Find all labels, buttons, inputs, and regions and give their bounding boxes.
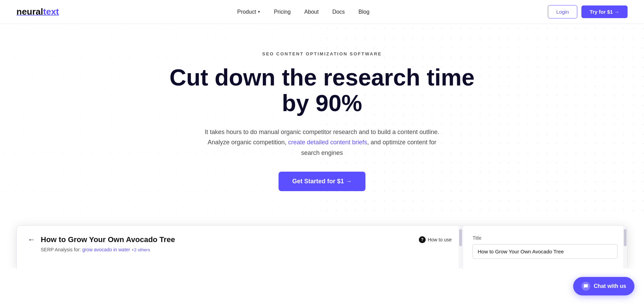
nav-actions: Login Try for $1 → bbox=[548, 5, 628, 18]
hero-desc-line2-before: Analyze organic competition, bbox=[208, 139, 288, 146]
login-button[interactable]: Login bbox=[548, 5, 578, 18]
nav-docs[interactable]: Docs bbox=[332, 9, 345, 15]
hero-title: Cut down the research time by 90% bbox=[168, 65, 476, 116]
left-scrollbar-thumb[interactable] bbox=[459, 229, 462, 246]
title-label: Title bbox=[473, 235, 618, 241]
logo[interactable]: neuraltext bbox=[16, 6, 59, 17]
logo-text-accent: text bbox=[43, 6, 59, 17]
how-to-use-button[interactable]: ? How to use bbox=[419, 236, 452, 243]
hero-desc-link[interactable]: create detailed content briefs bbox=[288, 139, 367, 146]
logo-text-plain: neural bbox=[16, 6, 43, 17]
hero-description: It takes hours to do manual organic comp… bbox=[202, 127, 442, 158]
demo-section: ← How to Grow Your Own Avocado Tree ? Ho… bbox=[16, 225, 628, 268]
navbar: neuraltext Product ▾ Pricing About Docs … bbox=[0, 0, 644, 24]
hero-subtitle: SEO CONTENT OPTIMIZATION SOFTWARE bbox=[16, 51, 628, 56]
demo-serp-line: SERP Analysis for: grow avocado in water… bbox=[41, 247, 452, 252]
left-scrollbar-track bbox=[459, 226, 463, 268]
nav-links: Product ▾ Pricing About Docs Blog bbox=[237, 9, 369, 15]
demo-left-header: ← How to Grow Your Own Avocado Tree ? Ho… bbox=[28, 235, 452, 244]
right-scrollbar-track bbox=[623, 226, 627, 268]
hero-section: SEO CONTENT OPTIMIZATION SOFTWARE Cut do… bbox=[0, 24, 644, 212]
serp-link[interactable]: grow avocado in water bbox=[82, 247, 130, 252]
title-input[interactable] bbox=[473, 244, 618, 259]
right-scrollbar-thumb[interactable] bbox=[624, 229, 627, 246]
try-button[interactable]: Try for $1 → bbox=[581, 5, 628, 18]
serp-more[interactable]: +2 others bbox=[131, 247, 150, 252]
demo-left-panel: ← How to Grow Your Own Avocado Tree ? Ho… bbox=[17, 226, 463, 268]
nav-about[interactable]: About bbox=[304, 9, 319, 15]
chevron-down-icon: ▾ bbox=[258, 10, 260, 14]
hero-desc-line1: It takes hours to do manual organic comp… bbox=[205, 129, 439, 135]
nav-product[interactable]: Product ▾ bbox=[237, 9, 260, 15]
hero-content: SEO CONTENT OPTIMIZATION SOFTWARE Cut do… bbox=[16, 51, 628, 191]
how-to-use-label: How to use bbox=[428, 237, 452, 242]
nav-blog[interactable]: Blog bbox=[359, 9, 370, 15]
demo-article-title: How to Grow Your Own Avocado Tree bbox=[41, 235, 175, 244]
demo-right-panel: Title bbox=[463, 226, 627, 268]
serp-label: SERP Analysis for: bbox=[41, 247, 81, 252]
get-started-button[interactable]: Get Started for $1 → bbox=[279, 172, 365, 191]
nav-pricing[interactable]: Pricing bbox=[274, 9, 291, 15]
question-icon: ? bbox=[419, 236, 426, 243]
back-arrow-icon[interactable]: ← bbox=[28, 235, 35, 244]
